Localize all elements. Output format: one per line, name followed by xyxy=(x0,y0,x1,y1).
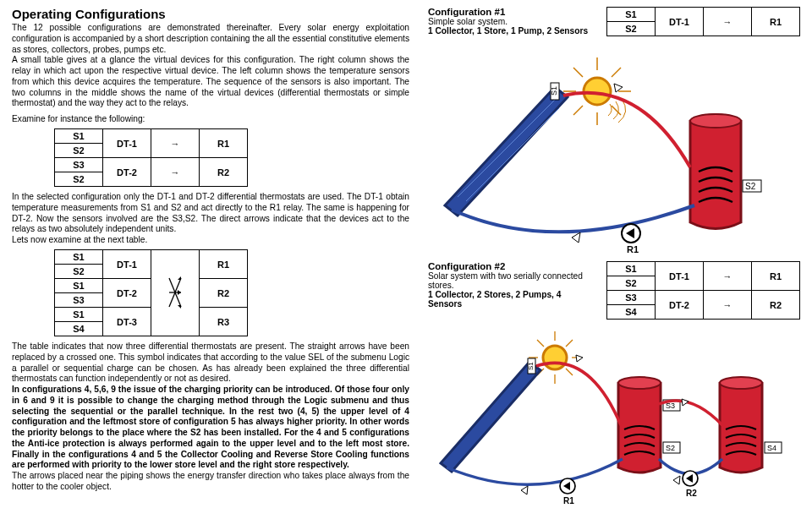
svg-marker-4 xyxy=(178,305,181,309)
svg-line-30 xyxy=(537,340,544,347)
config2-diagram: S1 S3 S2 S4 R1 xyxy=(428,320,800,514)
table-a-relay: R1 xyxy=(200,129,248,158)
config2-device-table: S1 DT-1 → R1 S2 S3 DT-2 → R2 S4 xyxy=(606,261,800,320)
arrow-right-icon: → xyxy=(151,129,200,158)
svg-point-25 xyxy=(543,346,567,369)
s4-label: S4 xyxy=(767,444,776,452)
s1-label: S1 xyxy=(527,362,535,370)
arrow-right-icon: → xyxy=(704,8,752,36)
svg-point-19 xyxy=(690,114,741,128)
table-b-sensor: S1 xyxy=(55,308,103,322)
config2-device: DT-1 xyxy=(656,262,704,291)
s1-label: S1 xyxy=(550,86,558,96)
config2-sensor: S1 xyxy=(607,262,656,276)
config2-device: DT-2 xyxy=(656,291,704,320)
table-a-relay: R2 xyxy=(200,158,248,187)
config2-title: Configuration #2 xyxy=(428,261,590,271)
config2-sensor: S4 xyxy=(607,305,656,320)
config2-summary: 1 Collector, 2 Stores, 2 Pumps, 4 Sensor… xyxy=(428,290,590,309)
svg-marker-48 xyxy=(673,476,680,484)
table-a-device: DT-2 xyxy=(103,158,151,187)
config1-subtitle: Simple solar system. xyxy=(428,17,590,26)
examine-next-line: Lets now examine at the next table. xyxy=(12,235,409,244)
priority-paragraph: In configurations 4, 5,6, 9 the issue of… xyxy=(12,385,409,471)
svg-marker-47 xyxy=(682,399,689,406)
table-b-relay: R3 xyxy=(200,308,248,336)
table-a-sensor: S1 xyxy=(55,129,103,144)
s2-label: S2 xyxy=(666,444,675,452)
svg-marker-46 xyxy=(521,486,528,494)
table-b-sensor: S4 xyxy=(55,322,103,336)
table-b-device: DT-3 xyxy=(103,308,151,336)
config1-summary: 1 Collector, 1 Store, 1 Pump, 2 Sensors xyxy=(428,26,590,36)
arrow-right-icon: → xyxy=(151,158,200,187)
svg-point-36 xyxy=(618,377,661,389)
table-b-sensor: S2 xyxy=(55,265,103,279)
config2-relay: R1 xyxy=(752,262,800,291)
svg-marker-5 xyxy=(178,290,181,295)
svg-marker-22 xyxy=(572,232,580,243)
table-b-sensor: S1 xyxy=(55,250,103,265)
svg-line-11 xyxy=(573,68,583,77)
s2-label: S2 xyxy=(745,182,756,191)
config1-relay: R1 xyxy=(752,8,800,36)
examine-line: Examine for instance the following: xyxy=(12,114,409,123)
table-a-sensor: S2 xyxy=(55,144,103,158)
table-a-sensor: S2 xyxy=(55,172,103,187)
table-b-sensor: S1 xyxy=(55,279,103,293)
device-table-b: S1 DT-1 R1 S2 S1 DT-2 xyxy=(54,249,248,336)
svg-line-13 xyxy=(573,106,583,115)
r2-label: R2 xyxy=(686,489,697,498)
config1-diagram: S1 S2 R1 xyxy=(428,36,783,256)
config2-subtitle: Solar system with two serially connected… xyxy=(428,271,590,290)
config1-sensor: S1 xyxy=(607,8,656,22)
explain-table-b: The table indicates that now three diffe… xyxy=(12,341,409,385)
config2-sensor: S2 xyxy=(607,276,656,291)
table-b-sensor: S3 xyxy=(55,293,103,308)
svg-marker-15 xyxy=(445,87,568,216)
arrow-right-icon: → xyxy=(704,262,752,291)
svg-marker-45 xyxy=(576,355,583,362)
config1-title: Configuration #1 xyxy=(428,7,590,17)
arrow-right-icon: → xyxy=(704,291,752,320)
r1-label: R1 xyxy=(627,244,639,254)
svg-marker-3 xyxy=(178,276,181,280)
svg-line-14 xyxy=(612,106,621,115)
table-b-relay: R2 xyxy=(200,279,248,308)
table-b-relay: R1 xyxy=(200,250,248,279)
table-b-device: DT-2 xyxy=(103,279,151,308)
svg-line-33 xyxy=(566,369,573,375)
svg-line-31 xyxy=(566,340,573,347)
explain-table-a: In the selected configuration only the D… xyxy=(12,192,409,235)
svg-point-37 xyxy=(720,377,762,389)
table-a-device: DT-1 xyxy=(103,129,151,158)
intro-paragraph-1: The 12 possible configurations are demon… xyxy=(12,23,409,55)
config2-relay: R2 xyxy=(752,291,800,320)
r1-label: R1 xyxy=(563,496,574,505)
config2-sensor: S3 xyxy=(607,291,656,305)
table-b-device: DT-1 xyxy=(103,250,151,279)
config1-sensor: S2 xyxy=(607,22,656,36)
config1-device-table: S1 DT-1 → R1 S2 xyxy=(606,7,800,36)
svg-marker-34 xyxy=(441,362,540,472)
arrows-note: The arrows placed near the piping shows … xyxy=(12,471,409,493)
svg-line-17 xyxy=(466,108,559,201)
table-a-sensor: S3 xyxy=(55,158,103,172)
svg-line-12 xyxy=(612,68,621,77)
crossed-arrows-icon xyxy=(151,250,200,336)
svg-line-16 xyxy=(458,100,555,197)
config1-device: DT-1 xyxy=(656,8,704,36)
page-title: Operating Configurations xyxy=(12,7,409,21)
device-table-a: S1 DT-1 → R1 S2 S3 DT-2 → R2 S2 xyxy=(54,128,248,187)
intro-paragraph-2: A small table gives at a glance the virt… xyxy=(12,55,409,109)
